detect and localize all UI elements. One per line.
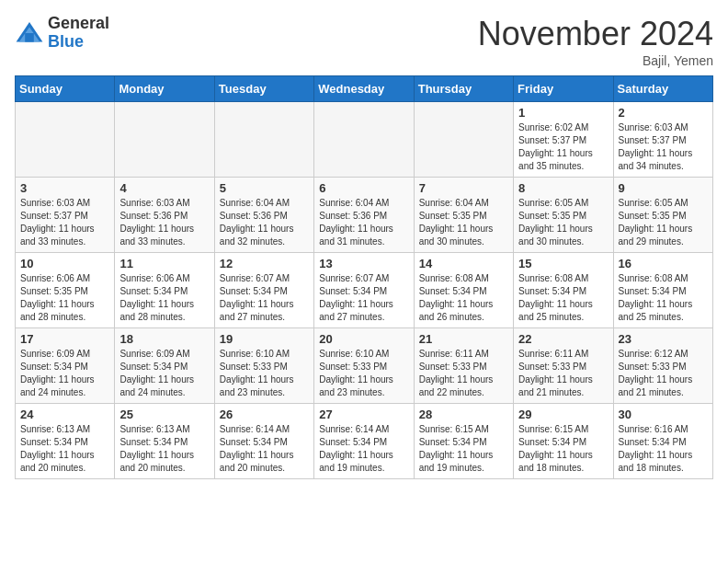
day-info: Sunrise: 6:13 AM Sunset: 5:34 PM Dayligh…	[119, 423, 209, 475]
day-info: Sunrise: 6:07 AM Sunset: 5:34 PM Dayligh…	[220, 272, 309, 324]
calendar-cell: 15Sunrise: 6:08 AM Sunset: 5:34 PM Dayli…	[514, 253, 613, 328]
day-number: 25	[119, 408, 209, 421]
day-number: 2	[619, 106, 708, 120]
day-info: Sunrise: 6:14 AM Sunset: 5:34 PM Dayligh…	[220, 423, 309, 475]
day-info: Sunrise: 6:06 AM Sunset: 5:34 PM Dayligh…	[119, 272, 209, 324]
month-title: November 2024	[478, 15, 713, 53]
calendar-cell: 19Sunrise: 6:10 AM Sunset: 5:33 PM Dayli…	[214, 328, 313, 404]
calendar-cell: 21Sunrise: 6:11 AM Sunset: 5:33 PM Dayli…	[414, 328, 513, 404]
logo-blue: Blue	[48, 33, 109, 52]
day-info: Sunrise: 6:14 AM Sunset: 5:34 PM Dayligh…	[319, 423, 408, 475]
day-number: 11	[119, 257, 209, 270]
day-number: 9	[619, 181, 708, 195]
day-info: Sunrise: 6:05 AM Sunset: 5:35 PM Dayligh…	[619, 197, 708, 248]
day-number: 4	[119, 181, 209, 195]
week-row-3: 10Sunrise: 6:06 AM Sunset: 5:35 PM Dayli…	[16, 253, 713, 328]
day-info: Sunrise: 6:15 AM Sunset: 5:34 PM Dayligh…	[518, 423, 608, 475]
week-row-1: 1Sunrise: 6:02 AM Sunset: 5:37 PM Daylig…	[16, 102, 713, 178]
day-info: Sunrise: 6:02 AM Sunset: 5:37 PM Dayligh…	[518, 121, 608, 173]
weekday-header-saturday: Saturday	[613, 76, 712, 102]
day-info: Sunrise: 6:08 AM Sunset: 5:34 PM Dayligh…	[419, 272, 508, 324]
calendar-cell	[214, 102, 313, 178]
day-number: 5	[220, 181, 309, 195]
week-row-4: 17Sunrise: 6:09 AM Sunset: 5:34 PM Dayli…	[16, 328, 713, 404]
weekday-header-sunday: Sunday	[16, 76, 115, 102]
day-info: Sunrise: 6:09 AM Sunset: 5:34 PM Dayligh…	[20, 348, 109, 399]
calendar-cell: 17Sunrise: 6:09 AM Sunset: 5:34 PM Dayli…	[16, 328, 115, 404]
calendar-cell: 8Sunrise: 6:05 AM Sunset: 5:35 PM Daylig…	[514, 178, 613, 253]
day-number: 10	[20, 257, 109, 270]
day-info: Sunrise: 6:08 AM Sunset: 5:34 PM Dayligh…	[518, 272, 608, 324]
day-number: 21	[419, 332, 508, 346]
day-info: Sunrise: 6:07 AM Sunset: 5:34 PM Dayligh…	[319, 272, 408, 324]
day-number: 20	[319, 332, 408, 346]
calendar-cell: 29Sunrise: 6:15 AM Sunset: 5:34 PM Dayli…	[514, 404, 613, 479]
day-info: Sunrise: 6:16 AM Sunset: 5:34 PM Dayligh…	[619, 423, 708, 475]
calendar-cell: 20Sunrise: 6:10 AM Sunset: 5:33 PM Dayli…	[314, 328, 414, 404]
logo-text: General Blue	[48, 15, 109, 52]
location: Bajil, Yemen	[478, 53, 713, 68]
calendar-cell: 30Sunrise: 6:16 AM Sunset: 5:34 PM Dayli…	[613, 404, 712, 479]
day-number: 26	[220, 408, 309, 421]
day-info: Sunrise: 6:04 AM Sunset: 5:36 PM Dayligh…	[319, 197, 408, 248]
calendar-cell: 26Sunrise: 6:14 AM Sunset: 5:34 PM Dayli…	[214, 404, 313, 479]
day-info: Sunrise: 6:08 AM Sunset: 5:34 PM Dayligh…	[619, 272, 708, 324]
calendar-table: SundayMondayTuesdayWednesdayThursdayFrid…	[15, 75, 713, 479]
day-number: 3	[20, 181, 109, 195]
day-number: 6	[319, 181, 408, 195]
calendar-cell	[115, 102, 214, 178]
calendar-cell: 18Sunrise: 6:09 AM Sunset: 5:34 PM Dayli…	[115, 328, 214, 404]
day-info: Sunrise: 6:09 AM Sunset: 5:34 PM Dayligh…	[119, 348, 209, 399]
calendar-cell	[314, 102, 414, 178]
day-info: Sunrise: 6:11 AM Sunset: 5:33 PM Dayligh…	[419, 348, 508, 399]
day-info: Sunrise: 6:04 AM Sunset: 5:36 PM Dayligh…	[220, 197, 309, 248]
calendar-cell	[414, 102, 513, 178]
day-info: Sunrise: 6:15 AM Sunset: 5:34 PM Dayligh…	[419, 423, 508, 475]
logo: General Blue	[15, 15, 109, 52]
week-row-5: 24Sunrise: 6:13 AM Sunset: 5:34 PM Dayli…	[16, 404, 713, 479]
day-number: 19	[220, 332, 309, 346]
calendar-cell: 11Sunrise: 6:06 AM Sunset: 5:34 PM Dayli…	[115, 253, 214, 328]
logo-general: General	[48, 15, 109, 33]
day-info: Sunrise: 6:04 AM Sunset: 5:35 PM Dayligh…	[419, 197, 508, 248]
day-number: 12	[220, 257, 309, 270]
calendar-cell: 4Sunrise: 6:03 AM Sunset: 5:36 PM Daylig…	[115, 178, 214, 253]
day-number: 16	[619, 257, 708, 270]
day-info: Sunrise: 6:10 AM Sunset: 5:33 PM Dayligh…	[319, 348, 408, 399]
day-number: 22	[518, 332, 608, 346]
calendar-cell: 24Sunrise: 6:13 AM Sunset: 5:34 PM Dayli…	[16, 404, 115, 479]
svg-rect-2	[25, 33, 34, 42]
calendar-cell: 9Sunrise: 6:05 AM Sunset: 5:35 PM Daylig…	[613, 178, 712, 253]
day-info: Sunrise: 6:03 AM Sunset: 5:36 PM Dayligh…	[119, 197, 209, 248]
day-info: Sunrise: 6:12 AM Sunset: 5:33 PM Dayligh…	[619, 348, 708, 399]
day-number: 15	[518, 257, 608, 270]
day-number: 24	[20, 408, 109, 421]
calendar-cell: 16Sunrise: 6:08 AM Sunset: 5:34 PM Dayli…	[613, 253, 712, 328]
day-number: 7	[419, 181, 508, 195]
day-info: Sunrise: 6:06 AM Sunset: 5:35 PM Dayligh…	[20, 272, 109, 324]
calendar-cell: 6Sunrise: 6:04 AM Sunset: 5:36 PM Daylig…	[314, 178, 414, 253]
weekday-header-monday: Monday	[115, 76, 214, 102]
calendar-cell: 22Sunrise: 6:11 AM Sunset: 5:33 PM Dayli…	[514, 328, 613, 404]
weekday-header-row: SundayMondayTuesdayWednesdayThursdayFrid…	[16, 76, 713, 102]
weekday-header-friday: Friday	[514, 76, 613, 102]
weekday-header-tuesday: Tuesday	[214, 76, 313, 102]
calendar-cell: 7Sunrise: 6:04 AM Sunset: 5:35 PM Daylig…	[414, 178, 513, 253]
day-number: 8	[518, 181, 608, 195]
calendar-cell: 25Sunrise: 6:13 AM Sunset: 5:34 PM Dayli…	[115, 404, 214, 479]
day-number: 29	[518, 408, 608, 421]
day-number: 27	[319, 408, 408, 421]
calendar-cell: 23Sunrise: 6:12 AM Sunset: 5:33 PM Dayli…	[613, 328, 712, 404]
title-block: November 2024 Bajil, Yemen	[478, 15, 713, 68]
day-info: Sunrise: 6:03 AM Sunset: 5:37 PM Dayligh…	[619, 121, 708, 173]
day-number: 14	[419, 257, 508, 270]
calendar-cell: 12Sunrise: 6:07 AM Sunset: 5:34 PM Dayli…	[214, 253, 313, 328]
calendar-cell: 3Sunrise: 6:03 AM Sunset: 5:37 PM Daylig…	[16, 178, 115, 253]
day-number: 28	[419, 408, 508, 421]
week-row-2: 3Sunrise: 6:03 AM Sunset: 5:37 PM Daylig…	[16, 178, 713, 253]
day-number: 1	[518, 106, 608, 120]
day-info: Sunrise: 6:10 AM Sunset: 5:33 PM Dayligh…	[220, 348, 309, 399]
calendar-cell	[16, 102, 115, 178]
weekday-header-thursday: Thursday	[414, 76, 513, 102]
day-number: 18	[119, 332, 209, 346]
